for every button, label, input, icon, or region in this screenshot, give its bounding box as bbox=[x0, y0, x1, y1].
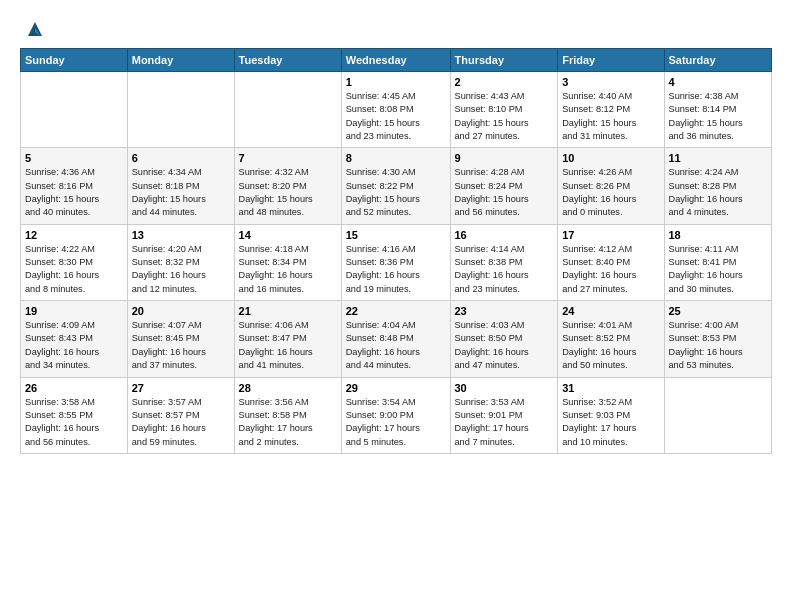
day-number: 25 bbox=[669, 305, 768, 317]
day-info: Sunrise: 3:52 AMSunset: 9:03 PMDaylight:… bbox=[562, 396, 659, 449]
calendar-cell: 8Sunrise: 4:30 AMSunset: 8:22 PMDaylight… bbox=[341, 148, 450, 224]
day-info: Sunrise: 3:53 AMSunset: 9:01 PMDaylight:… bbox=[455, 396, 554, 449]
calendar-cell: 30Sunrise: 3:53 AMSunset: 9:01 PMDayligh… bbox=[450, 377, 558, 453]
day-number: 18 bbox=[669, 229, 768, 241]
calendar-cell: 11Sunrise: 4:24 AMSunset: 8:28 PMDayligh… bbox=[664, 148, 772, 224]
calendar-cell: 24Sunrise: 4:01 AMSunset: 8:52 PMDayligh… bbox=[558, 301, 664, 377]
day-number: 8 bbox=[346, 152, 446, 164]
week-row-2: 12Sunrise: 4:22 AMSunset: 8:30 PMDayligh… bbox=[21, 224, 772, 300]
calendar-table: SundayMondayTuesdayWednesdayThursdayFrid… bbox=[20, 48, 772, 454]
day-info: Sunrise: 4:14 AMSunset: 8:38 PMDaylight:… bbox=[455, 243, 554, 296]
day-number: 26 bbox=[25, 382, 123, 394]
day-number: 4 bbox=[669, 76, 768, 88]
day-info: Sunrise: 4:30 AMSunset: 8:22 PMDaylight:… bbox=[346, 166, 446, 219]
calendar-cell: 27Sunrise: 3:57 AMSunset: 8:57 PMDayligh… bbox=[127, 377, 234, 453]
calendar-cell: 9Sunrise: 4:28 AMSunset: 8:24 PMDaylight… bbox=[450, 148, 558, 224]
day-info: Sunrise: 4:09 AMSunset: 8:43 PMDaylight:… bbox=[25, 319, 123, 372]
day-info: Sunrise: 4:04 AMSunset: 8:48 PMDaylight:… bbox=[346, 319, 446, 372]
week-row-4: 26Sunrise: 3:58 AMSunset: 8:55 PMDayligh… bbox=[21, 377, 772, 453]
header bbox=[0, 0, 792, 48]
day-info: Sunrise: 3:58 AMSunset: 8:55 PMDaylight:… bbox=[25, 396, 123, 449]
day-number: 5 bbox=[25, 152, 123, 164]
calendar-cell: 22Sunrise: 4:04 AMSunset: 8:48 PMDayligh… bbox=[341, 301, 450, 377]
day-number: 3 bbox=[562, 76, 659, 88]
day-info: Sunrise: 4:00 AMSunset: 8:53 PMDaylight:… bbox=[669, 319, 768, 372]
day-info: Sunrise: 4:03 AMSunset: 8:50 PMDaylight:… bbox=[455, 319, 554, 372]
week-row-3: 19Sunrise: 4:09 AMSunset: 8:43 PMDayligh… bbox=[21, 301, 772, 377]
calendar-cell: 19Sunrise: 4:09 AMSunset: 8:43 PMDayligh… bbox=[21, 301, 128, 377]
day-number: 24 bbox=[562, 305, 659, 317]
calendar-cell: 29Sunrise: 3:54 AMSunset: 9:00 PMDayligh… bbox=[341, 377, 450, 453]
day-info: Sunrise: 4:36 AMSunset: 8:16 PMDaylight:… bbox=[25, 166, 123, 219]
day-info: Sunrise: 3:56 AMSunset: 8:58 PMDaylight:… bbox=[239, 396, 337, 449]
calendar-cell bbox=[234, 72, 341, 148]
day-info: Sunrise: 4:24 AMSunset: 8:28 PMDaylight:… bbox=[669, 166, 768, 219]
calendar-cell: 7Sunrise: 4:32 AMSunset: 8:20 PMDaylight… bbox=[234, 148, 341, 224]
day-number: 11 bbox=[669, 152, 768, 164]
day-number: 29 bbox=[346, 382, 446, 394]
weekday-thursday: Thursday bbox=[450, 49, 558, 72]
day-number: 12 bbox=[25, 229, 123, 241]
calendar-cell: 10Sunrise: 4:26 AMSunset: 8:26 PMDayligh… bbox=[558, 148, 664, 224]
week-row-0: 1Sunrise: 4:45 AMSunset: 8:08 PMDaylight… bbox=[21, 72, 772, 148]
day-info: Sunrise: 4:28 AMSunset: 8:24 PMDaylight:… bbox=[455, 166, 554, 219]
day-number: 16 bbox=[455, 229, 554, 241]
calendar-cell: 4Sunrise: 4:38 AMSunset: 8:14 PMDaylight… bbox=[664, 72, 772, 148]
logo-icon bbox=[24, 18, 46, 40]
calendar-cell bbox=[21, 72, 128, 148]
day-info: Sunrise: 4:45 AMSunset: 8:08 PMDaylight:… bbox=[346, 90, 446, 143]
calendar-cell: 5Sunrise: 4:36 AMSunset: 8:16 PMDaylight… bbox=[21, 148, 128, 224]
calendar-cell: 23Sunrise: 4:03 AMSunset: 8:50 PMDayligh… bbox=[450, 301, 558, 377]
logo bbox=[20, 18, 46, 40]
page: SundayMondayTuesdayWednesdayThursdayFrid… bbox=[0, 0, 792, 612]
day-number: 28 bbox=[239, 382, 337, 394]
day-info: Sunrise: 4:20 AMSunset: 8:32 PMDaylight:… bbox=[132, 243, 230, 296]
day-number: 14 bbox=[239, 229, 337, 241]
calendar-cell: 18Sunrise: 4:11 AMSunset: 8:41 PMDayligh… bbox=[664, 224, 772, 300]
calendar-cell: 6Sunrise: 4:34 AMSunset: 8:18 PMDaylight… bbox=[127, 148, 234, 224]
calendar-cell: 15Sunrise: 4:16 AMSunset: 8:36 PMDayligh… bbox=[341, 224, 450, 300]
weekday-friday: Friday bbox=[558, 49, 664, 72]
calendar-cell: 1Sunrise: 4:45 AMSunset: 8:08 PMDaylight… bbox=[341, 72, 450, 148]
day-info: Sunrise: 4:06 AMSunset: 8:47 PMDaylight:… bbox=[239, 319, 337, 372]
calendar-cell: 2Sunrise: 4:43 AMSunset: 8:10 PMDaylight… bbox=[450, 72, 558, 148]
day-info: Sunrise: 4:11 AMSunset: 8:41 PMDaylight:… bbox=[669, 243, 768, 296]
day-info: Sunrise: 4:38 AMSunset: 8:14 PMDaylight:… bbox=[669, 90, 768, 143]
weekday-header-row: SundayMondayTuesdayWednesdayThursdayFrid… bbox=[21, 49, 772, 72]
calendar-cell: 21Sunrise: 4:06 AMSunset: 8:47 PMDayligh… bbox=[234, 301, 341, 377]
day-info: Sunrise: 4:07 AMSunset: 8:45 PMDaylight:… bbox=[132, 319, 230, 372]
week-row-1: 5Sunrise: 4:36 AMSunset: 8:16 PMDaylight… bbox=[21, 148, 772, 224]
day-number: 19 bbox=[25, 305, 123, 317]
day-info: Sunrise: 4:01 AMSunset: 8:52 PMDaylight:… bbox=[562, 319, 659, 372]
day-number: 9 bbox=[455, 152, 554, 164]
calendar-cell: 17Sunrise: 4:12 AMSunset: 8:40 PMDayligh… bbox=[558, 224, 664, 300]
day-number: 7 bbox=[239, 152, 337, 164]
calendar-cell: 28Sunrise: 3:56 AMSunset: 8:58 PMDayligh… bbox=[234, 377, 341, 453]
day-info: Sunrise: 4:22 AMSunset: 8:30 PMDaylight:… bbox=[25, 243, 123, 296]
calendar-cell: 31Sunrise: 3:52 AMSunset: 9:03 PMDayligh… bbox=[558, 377, 664, 453]
weekday-tuesday: Tuesday bbox=[234, 49, 341, 72]
day-number: 31 bbox=[562, 382, 659, 394]
calendar-cell: 26Sunrise: 3:58 AMSunset: 8:55 PMDayligh… bbox=[21, 377, 128, 453]
calendar-cell: 20Sunrise: 4:07 AMSunset: 8:45 PMDayligh… bbox=[127, 301, 234, 377]
day-info: Sunrise: 4:18 AMSunset: 8:34 PMDaylight:… bbox=[239, 243, 337, 296]
day-number: 22 bbox=[346, 305, 446, 317]
day-info: Sunrise: 3:57 AMSunset: 8:57 PMDaylight:… bbox=[132, 396, 230, 449]
calendar-cell: 25Sunrise: 4:00 AMSunset: 8:53 PMDayligh… bbox=[664, 301, 772, 377]
day-info: Sunrise: 4:40 AMSunset: 8:12 PMDaylight:… bbox=[562, 90, 659, 143]
day-number: 20 bbox=[132, 305, 230, 317]
calendar-cell: 13Sunrise: 4:20 AMSunset: 8:32 PMDayligh… bbox=[127, 224, 234, 300]
day-number: 13 bbox=[132, 229, 230, 241]
day-number: 23 bbox=[455, 305, 554, 317]
calendar-cell: 3Sunrise: 4:40 AMSunset: 8:12 PMDaylight… bbox=[558, 72, 664, 148]
day-info: Sunrise: 4:32 AMSunset: 8:20 PMDaylight:… bbox=[239, 166, 337, 219]
day-number: 2 bbox=[455, 76, 554, 88]
day-number: 1 bbox=[346, 76, 446, 88]
day-info: Sunrise: 4:34 AMSunset: 8:18 PMDaylight:… bbox=[132, 166, 230, 219]
day-number: 30 bbox=[455, 382, 554, 394]
day-info: Sunrise: 4:16 AMSunset: 8:36 PMDaylight:… bbox=[346, 243, 446, 296]
weekday-saturday: Saturday bbox=[664, 49, 772, 72]
weekday-monday: Monday bbox=[127, 49, 234, 72]
day-number: 15 bbox=[346, 229, 446, 241]
day-number: 17 bbox=[562, 229, 659, 241]
